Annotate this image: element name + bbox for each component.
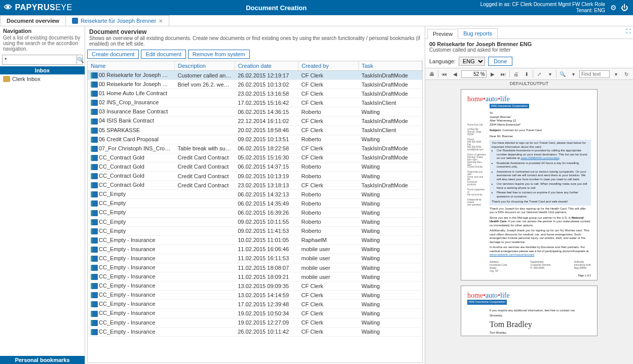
table-row[interactable]: CC_Empty06.02.2015 16:39:26RobertoWaitin… [88, 208, 422, 217]
document-icon [91, 118, 98, 125]
table-row[interactable]: 00 Reisekarte for Joseph Brenner ENGCust… [88, 71, 422, 80]
table-row[interactable]: CC_Empty - Insurance17.02.2015 12:39:48C… [88, 300, 422, 309]
document-icon [91, 72, 98, 78]
dropdown-icon[interactable]: ▾ [569, 69, 578, 78]
document-icon [91, 109, 98, 115]
table-row[interactable]: CC_Empty - Insurance11.02.2015 18:08:07m… [88, 263, 422, 272]
table-row[interactable]: CC_Empty09.02.2015 10:11:55RobertoWaitin… [88, 217, 422, 226]
document-icon [91, 247, 98, 253]
document-icon [91, 164, 98, 170]
table-row[interactable]: CC_Contract GoldCredit Card Contract06.0… [88, 162, 422, 171]
refresh-icon[interactable]: ↻ [622, 69, 631, 78]
nav-search: 🔍 [2, 55, 83, 65]
document-icon [91, 155, 98, 161]
document-icon [91, 320, 98, 326]
search-icon[interactable]: 🔍 [77, 55, 84, 64]
table-row[interactable]: CC_Empty - Insurance11.02.2015 18:09:21m… [88, 272, 422, 281]
table-row[interactable]: CC_Empty06.02.2015 14:32:13RobertoWaitin… [88, 190, 422, 199]
table-row[interactable]: 02 INS_Crop_Insurance17.02.2015 15:16:42… [88, 98, 422, 107]
table-row[interactable]: CC_Empty - Insurance10.02.2015 11:01:05R… [88, 235, 422, 245]
table-row[interactable]: CC_Empty - Insurance11.02.2015 16:06:46m… [88, 245, 422, 254]
tab-preview[interactable]: Preview [427, 29, 458, 39]
logo-eye-icon: 👁 [4, 3, 15, 12]
nav-desc: Get a list of existing documents by usin… [3, 35, 82, 52]
inbox-header[interactable]: Inbox [0, 66, 85, 74]
document-grid[interactable]: Name Description Creation date Created b… [87, 61, 423, 363]
zoom-fit-icon[interactable]: ⤢ [535, 69, 544, 78]
next-page-icon[interactable]: ▶ [488, 69, 497, 78]
main-panel: Document overview Shows an overview of a… [85, 26, 425, 364]
table-row[interactable]: 05 SPARKASSE20.02.2015 18:58:46CF ClerkT… [88, 126, 422, 135]
table-row[interactable]: 03 Insurance Base Contract06.02.2015 14:… [88, 107, 422, 116]
preview-toolbar: 🖶 ⏮ ◀ ▶ ⏭ 🖨 ⬇ ⤢ ▾ 🔍 ▾ ▾ ↻ [425, 68, 633, 80]
table-row[interactable]: CC_Empty09.02.2015 11:41:53RobertoWaitin… [88, 226, 422, 235]
table-row[interactable]: 00 Reisekarte for Joseph Brenner DEUBrie… [88, 80, 422, 89]
gear-icon[interactable]: ⚙ [609, 4, 618, 12]
nav-title: Navigation [3, 28, 82, 34]
table-row[interactable]: CC_Empty - Insurance26.02.2015 10:11:42C… [88, 327, 422, 336]
table-row[interactable]: 04 ISIS Bank Contract22.12.2014 16:11:02… [88, 116, 422, 126]
tab-overview[interactable]: Document overview [0, 15, 66, 26]
col-name[interactable]: Name [88, 61, 174, 71]
table-row[interactable]: CC_Empty06.02.2015 14:35:49RobertoWaitin… [88, 199, 422, 208]
main-tabs: Document overview Reisekarte für Joseph … [0, 15, 633, 26]
table-row[interactable]: CC_Empty - Insurance13.02.2015 14:14:59C… [88, 291, 422, 300]
dropdown-icon[interactable]: ▾ [611, 69, 620, 78]
find-text-input[interactable] [579, 70, 610, 78]
power-icon[interactable]: ⏻ [620, 4, 629, 12]
edit-document-button[interactable]: Edit document [141, 50, 185, 59]
col-date[interactable]: Creation date [235, 61, 298, 71]
col-by[interactable]: Created by [298, 61, 358, 71]
table-row[interactable]: 06 Credit Card Proposal09.02.2015 10:13:… [88, 135, 422, 144]
table-row[interactable]: CC_Empty - Insurance19.02.2015 12:27:09C… [88, 318, 422, 327]
download-icon[interactable]: ⬇ [522, 69, 531, 78]
preview-page-2: home•auto•life ISIS Insurance Corporatio… [461, 286, 598, 336]
preview-page-1: home•auto•life ISIS Insurance Corporatio… [461, 89, 598, 280]
page-indicator: Page 1 of 2 [490, 274, 591, 277]
highlighted-intro: You have elected to sign up for our Trav… [490, 140, 591, 206]
table-row[interactable]: CC_Contract GoldCredit Card Contract05.0… [88, 153, 422, 162]
last-page-icon[interactable]: ⏭ [499, 69, 508, 78]
document-icon [91, 329, 98, 335]
footer-col: DepartmentCustomer ServiceP: 555-0000 [531, 260, 551, 273]
done-button[interactable]: Done [488, 57, 512, 66]
table-row[interactable]: CC_Contract GoldCredit Card Contract09.0… [88, 172, 422, 181]
printer-icon[interactable]: 🖨 [511, 69, 520, 78]
document-icon [91, 311, 98, 317]
col-task[interactable]: Task [358, 61, 422, 71]
remove-document-button[interactable]: Remove from system [188, 50, 250, 59]
search-doc-icon[interactable]: 🔍 [558, 69, 567, 78]
table-row[interactable]: CC_Empty - Insurance19.02.2015 10:50:34C… [88, 309, 422, 318]
tab-bug-reports[interactable]: Bug reports [458, 28, 498, 38]
language-select[interactable]: ENG [459, 57, 485, 66]
page-title: Document Creation [72, 4, 480, 12]
document-icon [91, 191, 98, 197]
tab-document[interactable]: Reisekarte für Joseph Brenner ✕ [65, 15, 169, 26]
print-icon[interactable]: 🖶 [427, 69, 436, 78]
close-tab-icon[interactable]: ✕ [159, 18, 163, 24]
sidebar-item-clerk-inbox[interactable]: Clerk Inbox [0, 74, 85, 84]
document-icon [91, 200, 98, 207]
table-row[interactable]: CC_Contract GoldCredit Card Contract23.0… [88, 181, 422, 190]
preview-doc-title: 00 Reisekarte for Joseph Brenner ENG [429, 41, 629, 47]
preview-canvas[interactable]: DEFAULTOUTPUT home•auto•life ISIS Insura… [425, 80, 633, 364]
dropdown-icon[interactable]: ▾ [545, 69, 554, 78]
table-row[interactable]: CC_Empty - Insurance13.02.2015 09:09:35C… [88, 281, 422, 291]
bookmarks-header[interactable]: Personal bookmarks [0, 356, 85, 364]
table-row[interactable]: CC_Empty - Insurance11.02.2015 16:11:53m… [88, 254, 422, 263]
col-desc[interactable]: Description [174, 61, 235, 71]
expand-icon[interactable]: ⛶ [626, 28, 631, 38]
preview-doc-desc: Customer called and asked for letter [429, 47, 629, 53]
search-input[interactable] [3, 55, 77, 64]
letter-side-info: Home Auto Life 12 Red Rd Normal, State 0… [467, 124, 487, 207]
create-document-button[interactable]: Create document [87, 50, 139, 59]
table-row[interactable]: 07_For Christoph INS_Crop_InsuranceTable… [88, 144, 422, 153]
prev-page-icon[interactable]: ◀ [451, 69, 460, 78]
table-row[interactable]: 01 Home Auto Life Contract23.02.2015 13:… [88, 89, 422, 98]
document-icon [91, 82, 98, 88]
document-icon [91, 228, 98, 234]
document-icon [91, 292, 98, 298]
first-page-icon[interactable]: ⏮ [440, 69, 449, 78]
preview-panel: Preview Bug reports ⛶ 00 Reisekarte for … [425, 26, 633, 364]
zoom-input[interactable] [461, 70, 487, 78]
